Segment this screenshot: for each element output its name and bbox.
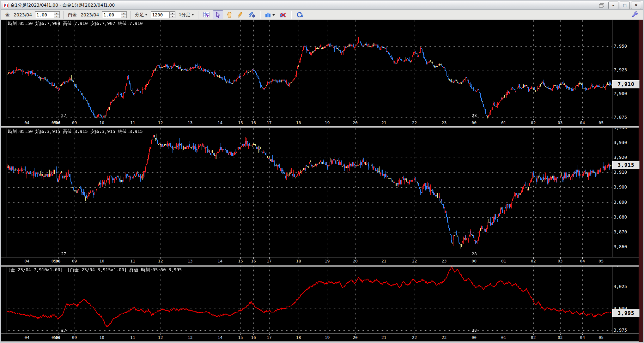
y-axis-label: 4,050 [614, 267, 627, 268]
gold-contract-month: 2023/04 [14, 12, 32, 17]
x-axis-label: 17 [267, 120, 272, 125]
x-axis-label: 03 [558, 259, 563, 263]
platinum-ratio-input[interactable] [102, 11, 121, 18]
cascade-windows-icon [599, 3, 605, 8]
bar-type-label: 1分足 [179, 12, 190, 17]
hand-pan-button[interactable] [224, 10, 234, 19]
x-axis-label: 20 [353, 259, 358, 263]
x-axis-label: 06 [56, 335, 61, 340]
x-axis-label: 15 [238, 335, 243, 340]
x-axis-label: 14 [217, 335, 222, 340]
x-axis-label: 05 [598, 259, 604, 263]
minimize-icon: – [612, 3, 615, 8]
gold-ratio-spin-buttons[interactable]: ▲▼ [54, 11, 60, 18]
x-axis-label: 13 [188, 335, 193, 340]
y-axis-label: 3,975 [614, 328, 627, 333]
x-axis-label: 12 [158, 259, 163, 263]
ohlc-info-line: [金 23/04 7,910×1.00]－[白金 23/04 3,915×1.0… [8, 267, 182, 273]
spin-up-icon[interactable]: ▲ [170, 12, 175, 15]
x-axis-label: 03 [558, 120, 563, 125]
x-axis-label: 02 [531, 120, 536, 125]
spread-line-canvas[interactable] [7, 267, 612, 334]
plot-gold-1min: 2728時刻:05:50 始値:7,908 高値:7,910 安値:7,907 … [7, 20, 612, 119]
gold-ratio-input[interactable] [35, 11, 54, 18]
x-axis-label: 00 [471, 335, 477, 340]
toolbar-separator [198, 11, 199, 19]
interval-dropdown[interactable]: 分足 [135, 12, 148, 18]
x-axis-label: 15 [238, 120, 243, 125]
chart-type-button[interactable] [264, 10, 277, 19]
x-axis-label: 01 [501, 120, 506, 125]
bar-type-dropdown[interactable]: 1分足 [179, 12, 194, 18]
x-axis-label: 13 [188, 120, 193, 125]
plot-platinum-1min: 2728時刻:05:50 始値:3,915 高値:3,915 安値:3,915 … [7, 128, 612, 257]
chart-delete-button[interactable] [278, 10, 288, 19]
select-pointer-button[interactable] [213, 10, 223, 19]
x-axis-gold-1min: 0405060910111213141516171819202122230001… [1, 119, 640, 126]
x-axis-label: 20 [353, 335, 358, 340]
toolbar-separator [63, 11, 64, 19]
window-right-strip [639, 20, 643, 342]
x-axis-label: 09 [72, 335, 77, 340]
x-axis-label: 10 [99, 335, 104, 340]
x-axis-label: 16 [251, 335, 256, 340]
chart-grid-pointer-button[interactable] [202, 10, 212, 19]
platinum-contract-month: 2023/04 [81, 12, 99, 17]
date-marker: 27 [61, 251, 66, 256]
spin-down-icon[interactable]: ▼ [170, 15, 175, 18]
date-marker: 28 [472, 113, 477, 118]
x-axis-label: 06 [56, 120, 61, 125]
x-axis-label: 23 [442, 120, 447, 125]
x-axis-label: 04 [580, 259, 585, 263]
refresh-button[interactable]: R [295, 10, 305, 19]
chart-delete-icon [280, 12, 287, 18]
x-axis-label: 04 [24, 335, 29, 340]
x-axis-label: 14 [217, 120, 222, 125]
hand-pan-icon [226, 12, 233, 18]
pencil-draw-icon [238, 12, 244, 18]
plot-spread-gold-minus-platinum: 2728[金 23/04 7,910×1.00]－[白金 23/04 3,915… [7, 267, 612, 334]
minimize-button[interactable]: – [608, 2, 618, 9]
bar-count-input[interactable] [151, 11, 169, 18]
platinum-symbol-label: 白金 [68, 12, 77, 18]
bar-count-spin-buttons[interactable]: ▲▼ [169, 11, 175, 18]
panel-row: 2728[金 23/04 7,910×1.00]－[白金 23/04 3,915… [1, 267, 640, 334]
x-axis-label: 04 [580, 120, 585, 125]
x-axis-label: 05 [598, 120, 604, 125]
ohlc-info-line: 時刻:05:50 始値:3,915 高値:3,915 安値:3,915 終値:3… [8, 129, 143, 135]
maximize-button[interactable]: □ [620, 2, 630, 9]
cascade-windows-button[interactable] [596, 2, 607, 9]
x-axis-label: 16 [251, 259, 256, 263]
x-axis-label: 06 [56, 259, 61, 263]
y-axis-label: 4,025 [614, 284, 627, 289]
x-axis-label: 19 [325, 259, 330, 263]
select-pointer-icon [215, 12, 221, 18]
platinum-1min-candlestick-canvas[interactable] [7, 128, 612, 257]
y-axis-label: 3,860 [614, 244, 627, 249]
x-axis-label: 21 [381, 335, 386, 340]
chart-grid-pointer-icon [203, 12, 210, 18]
settings-wrench-icon[interactable] [632, 11, 639, 18]
pencil-draw-button[interactable] [236, 10, 246, 19]
spin-down-icon[interactable]: ▼ [54, 15, 59, 18]
ohlc-info-line: 時刻:05:50 始値:7,908 高値:7,910 安値:7,907 終値:7… [8, 21, 143, 27]
platinum-ratio-spin-buttons[interactable]: ▲▼ [121, 11, 127, 18]
y-axis-label: 3,940 [614, 128, 627, 130]
close-button[interactable]: ✕ [631, 2, 641, 9]
panel-row: 2728時刻:05:50 始値:7,908 高値:7,910 安値:7,907 … [1, 20, 640, 119]
marker-crosshair-button[interactable] [247, 10, 257, 19]
maximize-icon: □ [623, 3, 627, 8]
spin-down-icon[interactable]: ▼ [121, 15, 126, 18]
x-axis-label: 01 [501, 335, 506, 340]
spin-up-icon[interactable]: ▲ [121, 12, 126, 15]
y-axis-line [1, 267, 7, 334]
y-axis-label: 3,930 [614, 140, 627, 145]
x-axis-label: 02 [531, 259, 536, 263]
gold-1min-candlestick-canvas[interactable] [7, 20, 612, 119]
app-candlestick-icon [3, 3, 9, 8]
spin-up-icon[interactable]: ▲ [54, 12, 59, 15]
x-axis-label: 20 [353, 120, 358, 125]
y-axis-label: 3,900 [614, 185, 627, 190]
x-axis-label: 01 [501, 259, 506, 263]
x-axis-label: 03 [558, 335, 563, 340]
